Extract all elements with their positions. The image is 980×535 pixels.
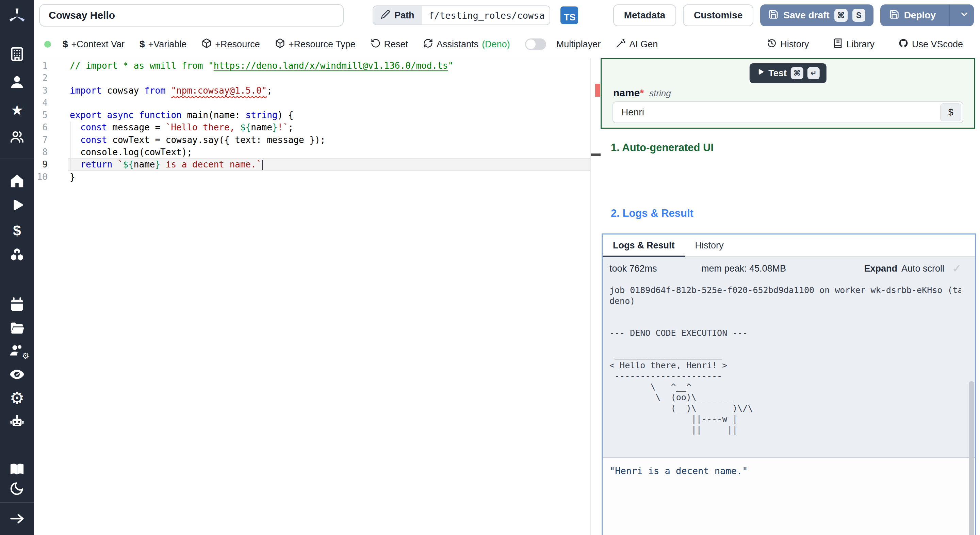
gutter: 12345678910 (34, 60, 48, 183)
github-icon (898, 38, 908, 51)
expand-button[interactable]: Expand (864, 263, 897, 274)
sidebar-item-resources[interactable] (0, 246, 34, 265)
add-resource-button[interactable]: +Resource (202, 38, 259, 51)
memory-stat: mem peak: 45.08MB (701, 263, 786, 274)
history-label: History (780, 39, 809, 50)
reset-button[interactable]: Reset (371, 38, 408, 51)
ai-gen-button[interactable]: AI Gen (616, 38, 658, 51)
sidebar-item-workspace[interactable] (0, 45, 34, 64)
tab-logs-result[interactable]: Logs & Result (603, 234, 685, 256)
result-output[interactable]: "Henri is a decent name." (609, 466, 748, 476)
tab-history[interactable]: History (685, 234, 734, 256)
job-log-output[interactable]: job 0189d64f-812b-525e-f020-652bd9da1100… (609, 285, 961, 455)
library-label: Library (846, 39, 875, 50)
resource-label: +Resource (215, 39, 259, 50)
required-mark: * (640, 87, 644, 98)
dollar-icon: $ (13, 224, 21, 238)
robot-icon (9, 414, 25, 430)
package-icon (275, 38, 285, 51)
user-icon (9, 74, 25, 91)
autoscroll-label[interactable]: Auto scroll (901, 263, 944, 274)
sidebar-item-favorites[interactable]: ★ (0, 101, 34, 120)
sidebar-item-users[interactable] (0, 128, 34, 147)
sidebar-item-groups[interactable]: ⚙ (0, 342, 34, 361)
path-group: Path f/testing_roles/cowsa (372, 5, 550, 25)
sidebar-item-workers[interactable] (0, 412, 34, 432)
library-button[interactable]: Library (833, 38, 875, 51)
args-box: Test ⌘ ↵ name*string $ (601, 58, 975, 129)
check-icon[interactable]: ✓ (952, 262, 961, 275)
wand-sparkles-icon (616, 38, 626, 51)
dollar-icon: $ (140, 39, 145, 50)
sidebar-item-schedules[interactable] (0, 296, 34, 315)
kbd-s: S (853, 9, 865, 22)
sidebar-item-docs[interactable] (0, 460, 34, 479)
add-variable-button[interactable]: $ +Variable (140, 39, 186, 50)
result-area: "Henri is a decent name." (603, 457, 975, 535)
customise-button[interactable]: Customise (683, 5, 753, 26)
use-vscode-button[interactable]: Use VScode (898, 38, 963, 51)
arrow-right-icon (9, 511, 25, 528)
insert-variable-button[interactable]: $ (940, 103, 961, 121)
scrollbar-thumb[interactable] (969, 381, 974, 535)
sidebar-item-settings[interactable]: ⚙ (0, 389, 34, 408)
sidebar-item-dark-mode[interactable] (0, 479, 34, 498)
deploy-label: Deploy (904, 10, 936, 21)
multiplayer-toggle[interactable] (525, 38, 546, 50)
assistants-lang: (Deno) (482, 39, 510, 50)
history-clock-icon (767, 38, 777, 51)
windmill-logo[interactable] (8, 6, 27, 25)
test-label: Test (768, 68, 787, 79)
play-icon (756, 68, 764, 79)
book-icon (833, 38, 843, 51)
preview-panel: Test ⌘ ↵ name*string $ 1. Auto-generated… (601, 58, 980, 535)
sidebar-item-audit-logs[interactable] (0, 366, 34, 385)
path-value[interactable]: f/testing_roles/cowsa (422, 6, 550, 24)
save-draft-button[interactable]: Save draft ⌘ S (760, 5, 873, 26)
sidebar: ★ $ (0, 0, 34, 535)
status-dot (44, 41, 51, 48)
dollar-icon: $ (63, 39, 68, 50)
kbd-enter: ↵ (808, 67, 820, 79)
script-title-input[interactable] (39, 4, 344, 27)
assistants-button[interactable]: Assistants (Deno) (423, 38, 510, 51)
add-resource-type-button[interactable]: +Resource Type (275, 38, 356, 51)
editor-toolbar: $ +Context Var $ +Variable +Resource (34, 30, 980, 58)
arg-name-input[interactable] (612, 102, 963, 123)
sidebar-item-folders[interactable] (0, 319, 34, 338)
test-button[interactable]: Test ⌘ ↵ (749, 63, 827, 83)
arg-name: name (613, 87, 640, 98)
sidebar-item-account[interactable] (0, 73, 34, 92)
add-context-var-button[interactable]: $ +Context Var (63, 39, 124, 50)
indent-guide (70, 121, 71, 171)
logs-scrollbar[interactable] (969, 258, 974, 535)
variable-label: +Variable (148, 39, 187, 50)
arg-type: string (649, 88, 671, 98)
metadata-button[interactable]: Metadata (613, 5, 676, 26)
multiplayer-label: Multiplayer (556, 39, 601, 50)
code-editor[interactable]: 12345678910 // import * as wmill from "h… (34, 58, 601, 535)
resource-type-label: +Resource Type (288, 39, 356, 50)
sidebar-item-runs[interactable] (0, 197, 34, 216)
sidebar-item-variables[interactable]: $ (0, 221, 34, 240)
path-label: Path (395, 10, 414, 21)
sidebar-item-home[interactable] (0, 172, 34, 191)
folder-open-icon (9, 320, 25, 337)
eye-icon (9, 366, 25, 384)
deploy-button[interactable]: Deploy (880, 5, 974, 26)
deploy-dropdown-button[interactable] (955, 5, 974, 26)
save-icon (768, 9, 778, 22)
book-open-icon (9, 462, 25, 479)
workspace: 12345678910 // import * as wmill from "h… (34, 58, 980, 535)
code-lines[interactable]: // import * as wmill from "https://deno.… (70, 60, 587, 183)
context-var-label: +Context Var (72, 39, 124, 50)
path-edit-button[interactable]: Path (373, 6, 422, 24)
arg-name-label: name*string (613, 87, 671, 99)
boxes-icon (9, 247, 25, 264)
sidebar-item-expand[interactable] (0, 510, 34, 529)
history-button[interactable]: History (767, 38, 809, 51)
star-icon: ★ (11, 103, 24, 118)
reset-label: Reset (384, 39, 408, 50)
run-stats: took 762ms mem peak: 45.08MB Expand Auto… (603, 256, 975, 281)
home-icon (9, 173, 25, 190)
